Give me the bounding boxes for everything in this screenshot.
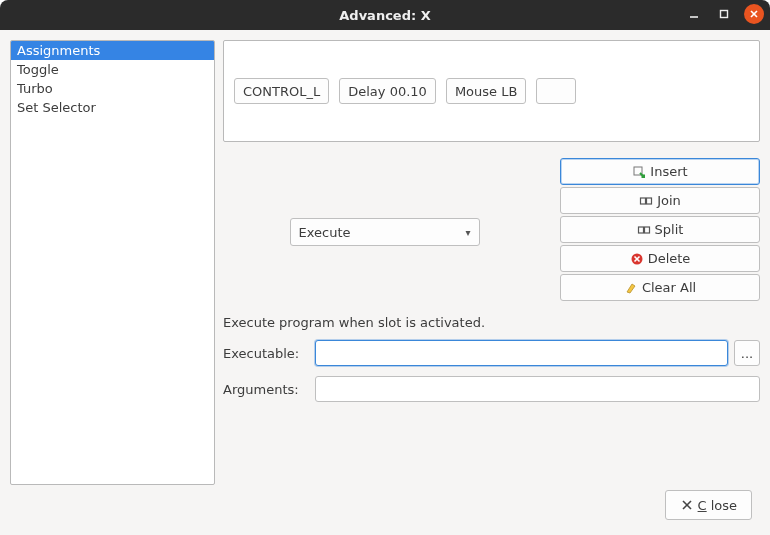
main-panel: CONTROL_L Delay 00.10 Mouse LB Execute ▾… — [223, 40, 760, 485]
close-button[interactable]: Close — [665, 490, 752, 520]
executable-label: Executable: — [223, 346, 309, 361]
slot-mouse-lb[interactable]: Mouse LB — [446, 78, 526, 104]
join-button[interactable]: Join — [560, 187, 760, 214]
button-label: Insert — [650, 164, 687, 179]
sidebar: Assignments Toggle Turbo Set Selector — [10, 40, 215, 485]
button-label-rest: lose — [711, 498, 737, 513]
footer: Close — [0, 485, 770, 535]
delete-button[interactable]: Delete — [560, 245, 760, 272]
arguments-row: Arguments: — [223, 376, 760, 402]
clear-all-button[interactable]: Clear All — [560, 274, 760, 301]
sidebar-item-assignments[interactable]: Assignments — [11, 41, 214, 60]
content-area: Assignments Toggle Turbo Set Selector CO… — [0, 30, 770, 485]
arguments-label: Arguments: — [223, 382, 309, 397]
slot-label: Delay 00.10 — [348, 84, 427, 99]
sidebar-item-turbo[interactable]: Turbo — [11, 79, 214, 98]
close-icon — [747, 7, 761, 21]
close-window-button[interactable] — [744, 4, 764, 24]
clear-all-icon — [624, 281, 638, 295]
arguments-input[interactable] — [315, 376, 760, 402]
window-controls — [684, 4, 764, 24]
slot-label: CONTROL_L — [243, 84, 320, 99]
sidebar-item-label: Set Selector — [17, 100, 96, 115]
close-x-icon — [680, 498, 694, 512]
slot-label: Mouse LB — [455, 84, 517, 99]
slot-empty[interactable] — [536, 78, 576, 104]
window-title: Advanced: X — [0, 8, 770, 23]
delete-icon — [630, 252, 644, 266]
insert-button[interactable]: Insert — [560, 158, 760, 185]
maximize-button[interactable] — [714, 4, 734, 24]
split-button[interactable]: Split — [560, 216, 760, 243]
executable-input[interactable] — [315, 340, 728, 366]
button-label: Split — [655, 222, 684, 237]
svg-rect-7 — [638, 227, 643, 233]
minimize-button[interactable] — [684, 4, 704, 24]
sidebar-item-set-selector[interactable]: Set Selector — [11, 98, 214, 117]
button-label: Clear All — [642, 280, 696, 295]
titlebar: Advanced: X — [0, 0, 770, 30]
minimize-icon — [687, 7, 701, 21]
slot-delay[interactable]: Delay 00.10 — [339, 78, 436, 104]
svg-rect-5 — [641, 198, 646, 204]
mid-row: Execute ▾ Insert Join Split — [223, 158, 760, 301]
sidebar-item-toggle[interactable]: Toggle — [11, 60, 214, 79]
window: Advanced: X Assignments Toggle Turbo — [0, 0, 770, 535]
action-type-area: Execute ▾ — [223, 158, 546, 301]
action-description: Execute program when slot is activated. — [223, 315, 760, 330]
svg-rect-6 — [647, 198, 652, 204]
split-icon — [637, 223, 651, 237]
join-icon — [639, 194, 653, 208]
svg-rect-1 — [721, 11, 728, 18]
svg-rect-8 — [644, 227, 649, 233]
button-label: ... — [741, 346, 753, 361]
close-underline: C — [698, 498, 707, 513]
combobox-value: Execute — [299, 225, 351, 240]
sidebar-item-label: Toggle — [17, 62, 59, 77]
chevron-down-icon: ▾ — [465, 227, 470, 238]
slot-control-l[interactable]: CONTROL_L — [234, 78, 329, 104]
executable-row: Executable: ... — [223, 340, 760, 366]
action-type-combobox[interactable]: Execute ▾ — [290, 218, 480, 246]
button-label: Join — [657, 193, 681, 208]
sidebar-item-label: Assignments — [17, 43, 100, 58]
browse-executable-button[interactable]: ... — [734, 340, 760, 366]
maximize-icon — [717, 7, 731, 21]
slot-bar: CONTROL_L Delay 00.10 Mouse LB — [223, 40, 760, 142]
button-label: Delete — [648, 251, 691, 266]
slot-action-buttons: Insert Join Split Delete — [560, 158, 760, 301]
insert-icon — [632, 165, 646, 179]
sidebar-item-label: Turbo — [17, 81, 53, 96]
